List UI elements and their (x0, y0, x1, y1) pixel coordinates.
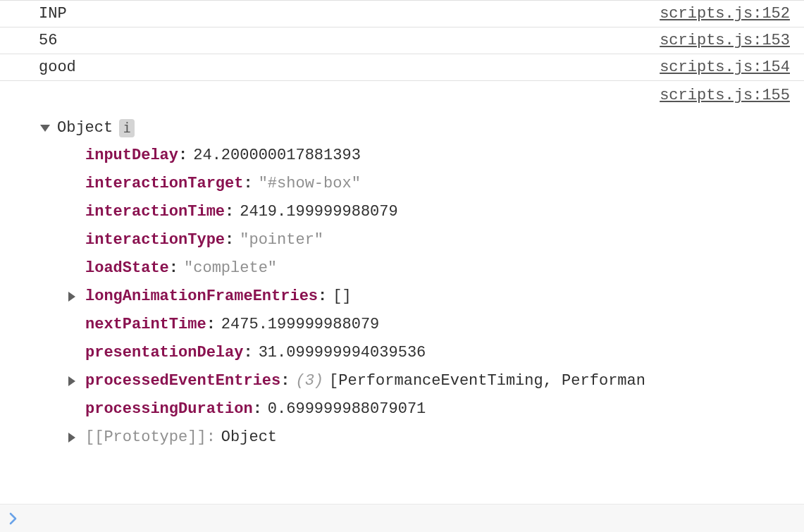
prop-value: Object (221, 423, 277, 452)
source-link[interactable]: scripts.js:155 (660, 87, 790, 104)
disclosure-triangle-open-icon (40, 125, 50, 132)
prop-key: [[Prototype]] (85, 423, 206, 452)
object-toggle[interactable]: Object i (39, 114, 790, 142)
array-count: (3) (295, 367, 323, 395)
prop-value: 2475.199999988079 (221, 311, 379, 339)
prop-value: 2419.199999988079 (240, 198, 397, 226)
prop-value: "pointer" (240, 226, 323, 254)
prop-processed-event-entries[interactable]: processedEventEntries: (3) [PerformanceE… (70, 367, 790, 395)
prop-key: interactionTarget (85, 170, 243, 198)
chevron-right-icon (8, 512, 18, 525)
console-message: good (39, 58, 76, 76)
console-message: 56 (39, 32, 57, 49)
info-icon[interactable]: i (119, 119, 135, 137)
prop-key: longAnimationFrameEntries (85, 283, 318, 311)
prop-key: processingDuration (85, 395, 253, 423)
source-link[interactable]: scripts.js:154 (660, 58, 790, 76)
prop-key: interactionType (85, 226, 225, 254)
prop-presentation-delay[interactable]: presentationDelay: 31.099999994039536 (70, 339, 790, 367)
prop-key: inputDelay (85, 142, 178, 170)
console-row: INP scripts.js:152 (0, 0, 804, 27)
prop-interaction-target[interactable]: interactionTarget: "#show-box" (70, 170, 790, 198)
prop-value: 0.699999988079071 (268, 395, 426, 423)
prop-value: "#show-box" (259, 170, 361, 198)
prop-key: presentationDelay (85, 339, 243, 367)
array-preview: [PerformanceEventTiming, Performan (329, 367, 645, 395)
disclosure-triangle-closed-icon (68, 376, 75, 386)
prop-value: 31.099999994039536 (259, 339, 426, 367)
console-prompt[interactable] (0, 504, 804, 532)
prop-processing-duration[interactable]: processingDuration: 0.699999988079071 (70, 395, 790, 423)
prop-long-animation-frame-entries[interactable]: longAnimationFrameEntries: [] (70, 283, 790, 311)
prop-key: processedEventEntries (85, 367, 280, 395)
object-properties: inputDelay: 24.200000017881393 interacti… (39, 142, 790, 452)
object-header-row: scripts.js:155 (39, 87, 790, 104)
prop-key: nextPaintTime (85, 311, 206, 339)
prop-key: interactionTime (85, 198, 225, 226)
prop-prototype[interactable]: [[Prototype]]: Object (70, 423, 790, 452)
object-label: Object (57, 114, 113, 142)
console-object-entry: scripts.js:155 Object i inputDelay: 24.2… (0, 81, 804, 452)
source-link[interactable]: scripts.js:153 (660, 32, 790, 49)
prop-key: loadState (85, 254, 169, 283)
disclosure-triangle-closed-icon (68, 433, 75, 443)
prop-input-delay[interactable]: inputDelay: 24.200000017881393 (70, 142, 790, 170)
prop-value: 24.200000017881393 (193, 142, 361, 170)
console-row: 56 scripts.js:153 (0, 27, 804, 54)
disclosure-triangle-closed-icon (68, 292, 75, 302)
console-row: good scripts.js:154 (0, 54, 804, 81)
prop-interaction-type[interactable]: interactionType: "pointer" (70, 226, 790, 254)
console-message: INP (39, 5, 67, 23)
prop-value: "complete" (184, 254, 277, 283)
prop-interaction-time[interactable]: interactionTime: 2419.199999988079 (70, 198, 790, 226)
prop-value: [] (333, 283, 351, 311)
prop-next-paint-time[interactable]: nextPaintTime: 2475.199999988079 (70, 311, 790, 339)
prop-load-state[interactable]: loadState: "complete" (70, 254, 790, 283)
source-link[interactable]: scripts.js:152 (660, 5, 790, 23)
